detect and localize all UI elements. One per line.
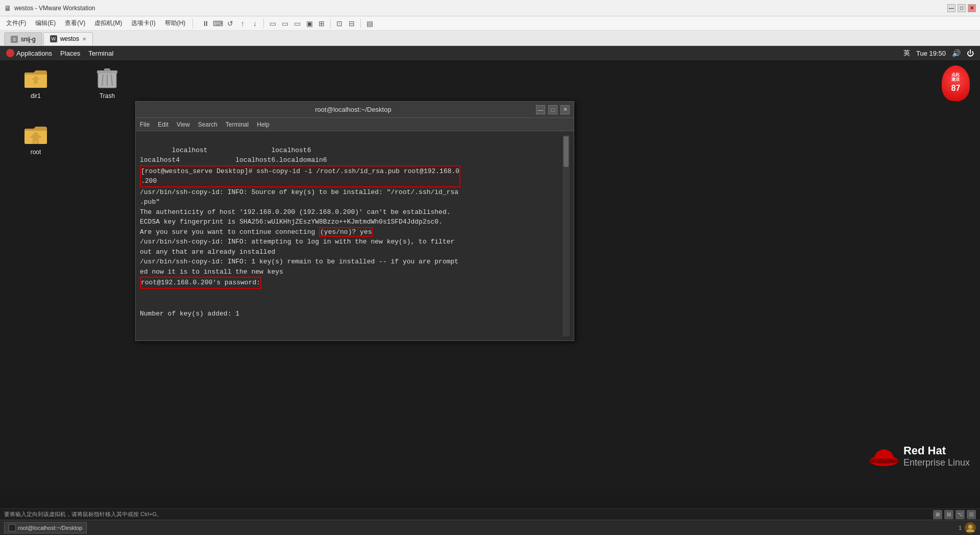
tray-icon-3[interactable]: ⌥ bbox=[955, 510, 965, 519]
tray-icon-2[interactable]: ⊟ bbox=[944, 510, 953, 519]
toolbar-btn-12[interactable]: ⊟ bbox=[346, 18, 357, 29]
terminal-menubar: File Edit View Search Terminal Help bbox=[136, 118, 574, 131]
vmware-title: westos - VMware Workstation bbox=[14, 5, 95, 12]
volume-icon[interactable]: 🔊 bbox=[952, 49, 961, 57]
power-icon[interactable]: ⏻ bbox=[967, 49, 974, 57]
toolbar-btn-5[interactable]: ↓ bbox=[249, 18, 260, 29]
trash-icon bbox=[95, 65, 119, 90]
svg-rect-8 bbox=[104, 68, 110, 71]
toolbar-btn-7[interactable]: ▭ bbox=[279, 18, 290, 29]
svg-point-21 bbox=[968, 525, 972, 529]
tab-westos-close[interactable]: ✕ bbox=[82, 36, 86, 42]
maximize-button[interactable]: □ bbox=[958, 4, 966, 12]
terminal-win-controls: — □ ✕ bbox=[536, 105, 570, 114]
toolbar-btn-10[interactable]: ⊞ bbox=[316, 18, 327, 29]
badge-text-top: 点此 bbox=[951, 72, 961, 78]
places-menu[interactable]: Places bbox=[60, 50, 80, 57]
taskbar-left: root@localhost:~/Desktop bbox=[4, 522, 87, 533]
badge-text-mid: 激活 bbox=[951, 77, 961, 82]
terminal-window: root@localhost:~/Desktop — □ ✕ File Edit… bbox=[135, 101, 574, 341]
toolbar-btn-2[interactable]: ⌨ bbox=[212, 18, 224, 29]
vmware-titlebar: 🖥 westos - VMware Workstation — □ ✕ bbox=[0, 0, 980, 16]
desktop-icon-root[interactable]: root bbox=[15, 121, 56, 156]
minimize-button[interactable]: — bbox=[947, 4, 955, 12]
redhat-text: Red Hat Enterprise Linux bbox=[903, 444, 970, 468]
tab-snij-g-label: snij-g bbox=[21, 36, 36, 43]
terminal-maximize-button[interactable]: □ bbox=[548, 105, 557, 114]
gnome-panel-right: 英 Tue 19:50 🔊 ⏻ bbox=[903, 48, 974, 58]
titlebar-controls: — □ ✕ bbox=[947, 4, 976, 12]
tray-icon-4[interactable]: ⊡ bbox=[967, 510, 976, 519]
applications-menu[interactable]: Applications bbox=[6, 49, 52, 57]
terminal-content[interactable]: localhost localhost6 localhost4 localhos… bbox=[140, 135, 562, 336]
datetime-display: Tue 19:50 bbox=[916, 50, 946, 57]
redhat-name: Red Hat bbox=[903, 444, 970, 457]
toolbar-btn-13[interactable]: ▤ bbox=[364, 18, 375, 29]
tab-snij-g[interactable]: S snij-g bbox=[4, 32, 42, 45]
desktop-icon-dir1[interactable]: dir1 bbox=[15, 65, 56, 100]
toolbar-btn-3[interactable]: ↺ bbox=[225, 18, 236, 29]
menu-vm[interactable]: 虚拟机(M) bbox=[90, 18, 126, 29]
taskbar: root@localhost:~/Desktop 1 bbox=[0, 520, 980, 535]
term-menu-help[interactable]: Help bbox=[257, 121, 270, 128]
taskbar-terminal-item[interactable]: root@localhost:~/Desktop bbox=[4, 522, 87, 533]
pause-button[interactable]: ⏸ bbox=[200, 18, 211, 29]
terminal-yes-box: (yes/no)? yes bbox=[319, 227, 373, 237]
term-menu-view[interactable]: View bbox=[177, 121, 190, 128]
terminal-scrollbar[interactable] bbox=[562, 135, 570, 336]
toolbar-separator-1 bbox=[192, 19, 193, 28]
statusbar: 要将输入定向到该虚拟机，请将鼠标指针移入其中或按 Ctrl+G。 ⊞ ⊟ ⌥ ⊡ bbox=[0, 508, 980, 520]
applications-label: Applications bbox=[16, 50, 52, 57]
menu-edit[interactable]: 编辑(E) bbox=[31, 18, 60, 29]
menu-tabs[interactable]: 选项卡(I) bbox=[127, 18, 159, 29]
scroll-thumb[interactable] bbox=[564, 136, 569, 167]
language-indicator[interactable]: 英 bbox=[903, 48, 910, 58]
folder-icon-dir1 bbox=[23, 65, 48, 90]
places-label: Places bbox=[60, 50, 80, 57]
taskbar-terminal-label: root@localhost:~/Desktop bbox=[18, 525, 82, 531]
terminal-close-button[interactable]: ✕ bbox=[560, 105, 570, 114]
toolbar-separator-3 bbox=[330, 19, 331, 28]
gnome-panel-left: Applications Places Terminal bbox=[6, 49, 113, 57]
tray-icon-1[interactable]: ⊞ bbox=[933, 510, 942, 519]
terminal-body: localhost localhost6 localhost4 localhos… bbox=[136, 131, 574, 341]
applications-icon bbox=[6, 49, 14, 57]
desktop-icon-trash[interactable]: Trash bbox=[87, 65, 128, 100]
svg-rect-4 bbox=[34, 80, 38, 84]
redhat-logo: Red Hat Enterprise Linux bbox=[869, 443, 970, 469]
terminal-minimize-button[interactable]: — bbox=[536, 105, 545, 114]
close-button[interactable]: ✕ bbox=[968, 4, 976, 12]
trash-label: Trash bbox=[98, 92, 116, 100]
taskbar-terminal-icon bbox=[9, 524, 16, 531]
tab-snij-g-icon: S bbox=[11, 36, 18, 43]
root-label: root bbox=[29, 148, 43, 156]
toolbar-btn-11[interactable]: ⊡ bbox=[334, 18, 345, 29]
terminal-line-added: Number of key(s) added: 1 bbox=[140, 310, 239, 318]
tab-westos-icon: W bbox=[50, 35, 57, 42]
menu-file[interactable]: 文件(F) bbox=[2, 18, 30, 29]
toolbar-btn-8[interactable]: ▭ bbox=[291, 18, 303, 29]
toolbar-btn-6[interactable]: ▭ bbox=[267, 18, 278, 29]
taskbar-user-avatar bbox=[965, 522, 976, 533]
svg-point-20 bbox=[869, 458, 899, 464]
terminal-line-auth: The authenticity of host '192.168.0.200 … bbox=[140, 208, 451, 236]
term-menu-edit[interactable]: Edit bbox=[158, 121, 168, 128]
vmware-icon: 🖥 bbox=[4, 4, 11, 12]
toolbar-btn-4[interactable]: ↑ bbox=[237, 18, 248, 29]
desktop: dir1 Trash bbox=[0, 60, 980, 489]
term-menu-search[interactable]: Search bbox=[198, 121, 217, 128]
tab-westos[interactable]: W westos ✕ bbox=[43, 32, 93, 45]
toolbar-separator-2 bbox=[263, 19, 264, 28]
term-menu-terminal[interactable]: Terminal bbox=[226, 121, 249, 128]
terminal-menu[interactable]: Terminal bbox=[88, 50, 113, 57]
red-badge: 点此 激活 87 bbox=[942, 65, 970, 101]
redhat-product: Enterprise Linux bbox=[903, 457, 970, 468]
toolbar-btn-9[interactable]: ▣ bbox=[304, 18, 315, 29]
menu-help[interactable]: 帮助(H) bbox=[161, 18, 190, 29]
terminal-line-info1: /usr/bin/ssh-copy-id: INFO: Source of ke… bbox=[140, 188, 458, 206]
menu-view[interactable]: 查看(V) bbox=[61, 18, 89, 29]
redhat-hat-icon bbox=[869, 443, 899, 469]
badge-number: 87 bbox=[951, 83, 961, 93]
terminal-password-line: root@192.168.0.200's password: bbox=[140, 277, 261, 289]
term-menu-file[interactable]: File bbox=[140, 121, 150, 128]
